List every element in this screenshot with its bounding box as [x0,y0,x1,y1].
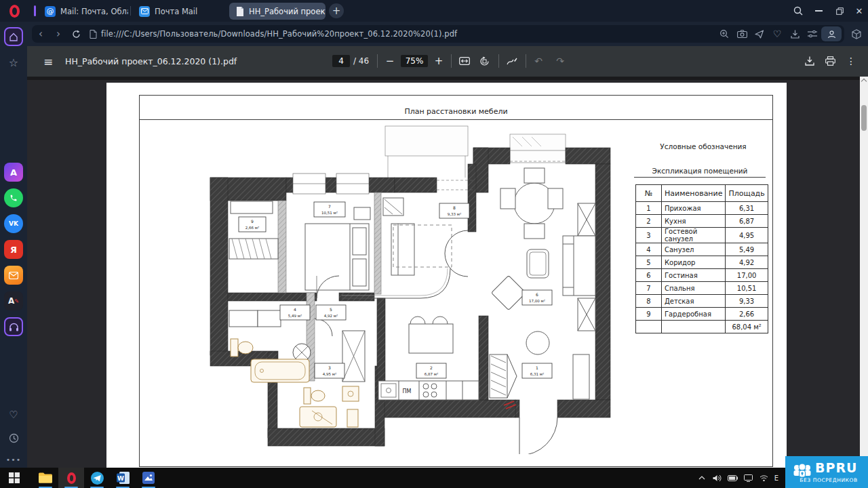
explication-table: № Наименование Площадь 1Прихожая6,31 2Ку… [635,184,768,333]
svg-text:5: 5 [330,307,332,312]
tab-island-indicator [34,5,36,16]
bpru-brand: BPRU [815,460,857,475]
legend-heading: Условные обозначения [629,142,778,150]
display-icon[interactable] [741,468,756,488]
page-number-input[interactable]: 4 [332,55,350,67]
telegram-icon[interactable] [84,468,110,488]
tray-chevron-icon[interactable] [694,468,709,488]
pdf-toolbar: ≡ НН_Рабочий проект_06.12.2020 (1).pdf 4… [27,46,868,77]
url-text: file:///C:/Users/Пользователь/Downloads/… [101,29,457,39]
search-icon[interactable] [790,3,806,18]
scrollbar[interactable] [860,77,868,468]
zoom-in-page-icon[interactable] [715,29,733,39]
col-area: Площадь [726,185,768,202]
more-menu-icon[interactable]: ⋮ [844,54,859,68]
address-field[interactable]: ‹ › file:///C:/Users/Пользователь/Downlo… [32,25,844,43]
pdf-file-icon [235,7,244,16]
undo-icon: ↶ [531,54,546,68]
extensions-cube-icon[interactable] [849,26,864,41]
pinboard-star-icon[interactable]: ☆ [4,53,23,72]
svg-text:4,92 м²: 4,92 м² [324,314,338,318]
download-page-icon[interactable] [786,30,804,39]
snapshot-camera-icon[interactable] [733,30,751,38]
room-label-4: 45,49 м² [280,305,310,320]
bpru-tagline: БЕЗ ПОСРЕДНИКОВ [793,477,864,483]
dishwasher-label: ПМ [403,388,412,394]
minimize-button[interactable] [810,3,827,18]
tab-pochta-mail[interactable]: Почта Mail [133,3,221,20]
zoom-in-button[interactable]: + [431,54,446,68]
table-row: 4Санузел5,49 [636,243,768,256]
scroll-up-arrow[interactable] [861,79,867,84]
pdf-download-icon[interactable] [802,54,818,68]
back-button[interactable]: ‹ [32,28,50,40]
yandex-icon[interactable]: Я [4,240,23,259]
start-button[interactable] [1,468,27,488]
zoom-level-input[interactable]: 75% [401,55,428,67]
my-flow-icon[interactable] [751,30,768,39]
col-name: Наименование [662,185,726,202]
table-row: 8Детская9,33 [636,295,768,308]
word-icon[interactable]: W [110,468,136,488]
pdf-menu-icon[interactable]: ≡ [39,54,57,70]
svg-text:4,95 м²: 4,95 м² [323,372,336,376]
table-row: 5Коридор4,92 [636,256,768,269]
whatsapp-icon[interactable] [4,188,23,207]
volume-icon[interactable] [709,468,725,488]
vk-icon[interactable]: VK [4,214,23,233]
reload-icon[interactable] [67,30,85,39]
photos-icon[interactable] [136,468,161,488]
sidebar-more-icon[interactable]: ••• [4,450,23,469]
sheet-title: План расстановки мебели [139,107,773,116]
bookmark-heart-icon[interactable]: ♡ [768,28,786,39]
svg-text:2,66 м²: 2,66 м² [245,226,259,230]
tab-title: НН_Рабочий проект_06.1 [249,7,326,16]
svg-text:17,00 м²: 17,00 м² [529,299,545,303]
redo-icon: ↷ [553,54,568,68]
table-heading-underline [634,177,766,178]
favorites-heart-icon[interactable]: ♡ [4,405,23,424]
forward-button[interactable]: › [50,28,67,40]
close-button[interactable]: ✕ [851,3,867,18]
assistant-icon[interactable]: A✎ [4,291,23,310]
history-clock-icon[interactable] [4,428,23,447]
pdf-page: План расстановки мебели Условные обознач… [106,83,787,468]
envelope-icon [139,6,150,17]
battery-icon[interactable] [725,468,741,488]
opera-taskbar-icon[interactable] [58,468,84,488]
tab-title: Почта Mail [155,7,197,16]
new-tab-button[interactable]: + [329,3,344,18]
opera-mail-icon[interactable] [4,266,23,285]
table-row: 9Гардеробная2,66 [636,308,768,321]
scrollbar-thumb[interactable] [861,105,867,131]
maximize-button[interactable] [831,3,848,18]
language-indicator[interactable]: E [772,468,781,488]
zoom-out-button[interactable]: − [382,54,397,68]
table-row: 1Прихожая6,31 [636,202,768,215]
page-icon [85,30,101,39]
aria-icon[interactable]: A [4,163,23,182]
room-label-8: 89,33 м² [439,203,469,218]
col-num: № [636,185,662,202]
svg-text:9: 9 [251,219,254,224]
toolbar-divider [377,54,378,68]
profile-icon[interactable] [821,26,842,41]
svg-text:1: 1 [536,365,538,370]
tab-mail-ru[interactable]: @ Mail: Почта, Облако, Кал [39,3,128,20]
table-heading: Экспликация помещений [629,167,771,175]
toolbar-divider [451,54,452,68]
easy-setup-icon[interactable] [804,30,821,38]
opera-logo-icon[interactable] [4,2,24,20]
rotate-icon[interactable] [476,54,492,68]
tab-pdf-active[interactable]: НН_Рабочий проект_06.1 [229,3,326,20]
svg-text:9,33 м²: 9,33 м² [448,212,461,216]
table-row: 7Спальня10,51 [636,282,768,295]
network-icon[interactable] [756,468,772,488]
draw-annotate-icon[interactable] [504,54,520,68]
mail-at-icon: @ [45,6,56,17]
fit-page-icon[interactable] [456,54,473,68]
file-explorer-icon[interactable] [33,468,58,488]
player-icon[interactable] [4,317,23,336]
print-icon[interactable] [822,54,838,68]
home-button[interactable] [4,27,23,46]
